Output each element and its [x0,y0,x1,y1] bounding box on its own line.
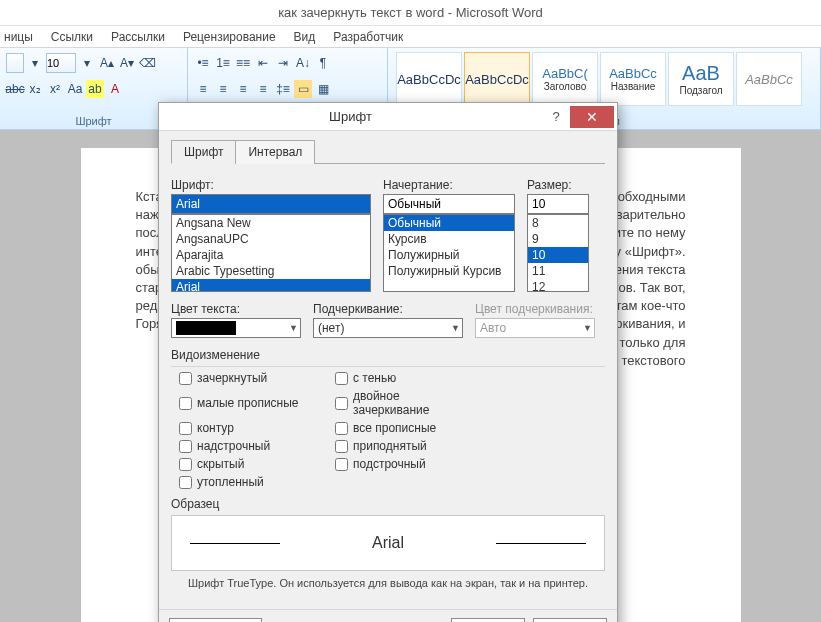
chk-emboss[interactable]: приподнятый [335,439,475,453]
sample-text: Arial [372,534,404,552]
superscript-icon[interactable]: x² [46,80,64,98]
multilevel-icon[interactable]: ≡≡ [234,54,252,72]
chk-engrave[interactable]: утопленный [179,475,319,489]
sample-note: Шрифт TrueType. Он используется для выво… [171,571,605,599]
sort-icon[interactable]: A↓ [294,54,312,72]
list-item[interactable]: Полужирный Курсив [384,263,514,279]
list-item[interactable]: Курсив [384,231,514,247]
style-input[interactable] [383,194,515,214]
tab-developer[interactable]: Разработчик [333,30,403,44]
font-name-combo[interactable] [6,53,24,73]
indent-inc-icon[interactable]: ⇥ [274,54,292,72]
style-item[interactable]: AaBbCcDc [464,52,530,106]
font-dialog: Шрифт ? ✕ Шрифт Интервал Шрифт: Angsana … [158,102,618,622]
list-item[interactable]: Полужирный [384,247,514,263]
label-font: Шрифт: [171,178,371,192]
list-item[interactable]: Aparajita [172,247,370,263]
align-left-icon[interactable]: ≡ [194,80,212,98]
tab-font[interactable]: Шрифт [171,140,236,164]
numbering-icon[interactable]: 1≡ [214,54,232,72]
size-input[interactable] [527,194,589,214]
ribbon-tabs: ницы Ссылки Рассылки Рецензирование Вид … [0,26,821,48]
sample-label: Образец [171,497,605,511]
help-icon[interactable]: ? [542,109,570,124]
chevron-down-icon[interactable]: ▾ [78,54,96,72]
default-button[interactable]: По умолчанию... [169,618,262,622]
align-center-icon[interactable]: ≡ [214,80,232,98]
list-item[interactable]: 9 [528,231,588,247]
font-size-combo[interactable] [46,53,76,73]
ok-button[interactable]: ОК [451,618,525,622]
subscript-icon[interactable]: x₂ [26,80,44,98]
indent-dec-icon[interactable]: ⇤ [254,54,272,72]
list-item[interactable]: 8 [528,215,588,231]
show-marks-icon[interactable]: ¶ [314,54,332,72]
list-item[interactable]: 12 [528,279,588,292]
font-color-icon[interactable]: A [106,80,124,98]
chk-strike[interactable]: зачеркнутый [179,371,319,385]
tab-spacing[interactable]: Интервал [235,140,315,164]
list-item[interactable]: AngsanaUPC [172,231,370,247]
group-label-font: Шрифт [6,113,181,129]
chk-dstrike[interactable]: двойное зачеркивание [335,389,475,417]
tab-view[interactable]: Вид [294,30,316,44]
justify-icon[interactable]: ≡ [254,80,272,98]
window-title: как зачеркнуть текст в word - Microsoft … [278,5,543,20]
style-listbox[interactable]: Обычный Курсив Полужирный Полужирный Кур… [383,214,515,292]
highlight-icon[interactable]: ab [86,80,104,98]
label-style: Начертание: [383,178,515,192]
list-item[interactable]: Обычный [384,215,514,231]
list-item[interactable]: Angsana New [172,215,370,231]
underline-color-combo: Авто▼ [475,318,595,338]
style-item[interactable]: AaBbCc [736,52,802,106]
color-swatch-icon [176,321,236,335]
chevron-down-icon: ▼ [451,323,460,333]
font-input[interactable] [171,194,371,214]
close-icon[interactable]: ✕ [570,106,614,128]
chk-allcaps[interactable]: все прописные [335,421,475,435]
list-item[interactable]: 11 [528,263,588,279]
font-listbox[interactable]: Angsana New AngsanaUPC Aparajita Arabic … [171,214,371,292]
tab-pages[interactable]: ницы [4,30,33,44]
chk-sup[interactable]: надстрочный [179,439,319,453]
chevron-down-icon: ▼ [289,323,298,333]
clear-format-icon[interactable]: ⌫ [138,54,156,72]
chk-outline[interactable]: контур [179,421,319,435]
chk-shadow[interactable]: с тенью [335,371,475,385]
tab-review[interactable]: Рецензирование [183,30,276,44]
style-item[interactable]: AaBbCcDc [396,52,462,106]
chevron-down-icon[interactable]: ▾ [26,54,44,72]
change-case-icon[interactable]: Aa [66,80,84,98]
cancel-button[interactable]: Отмена [533,618,607,622]
align-right-icon[interactable]: ≡ [234,80,252,98]
grow-font-icon[interactable]: A▴ [98,54,116,72]
chk-sub[interactable]: подстрочный [335,457,475,471]
label-size: Размер: [527,178,589,192]
style-item[interactable]: AaBПодзагол [668,52,734,106]
tab-references[interactable]: Ссылки [51,30,93,44]
tab-mailings[interactable]: Рассылки [111,30,165,44]
size-listbox[interactable]: 8 9 10 11 12 [527,214,589,292]
bullets-icon[interactable]: •≡ [194,54,212,72]
label-color: Цвет текста: [171,302,301,316]
effects-group: зачеркнутый с тенью малые прописные двой… [171,366,605,497]
strike-icon[interactable]: abc [6,80,24,98]
list-item[interactable]: Arial [172,279,370,292]
sample-box: Arial [171,515,605,571]
line-spacing-icon[interactable]: ‡≡ [274,80,292,98]
dialog-tabs: Шрифт Интервал [171,139,605,164]
borders-icon[interactable]: ▦ [314,80,332,98]
chk-smallcaps[interactable]: малые прописные [179,389,319,417]
style-item[interactable]: AaBbCcНазвание [600,52,666,106]
label-underline-color: Цвет подчеркивания: [475,302,595,316]
list-item[interactable]: Arabic Typesetting [172,263,370,279]
window-titlebar: как зачеркнуть текст в word - Microsoft … [0,0,821,26]
chk-hidden[interactable]: скрытый [179,457,319,471]
list-item[interactable]: 10 [528,247,588,263]
shading-icon[interactable]: ▭ [294,80,312,98]
underline-combo[interactable]: (нет)▼ [313,318,463,338]
dialog-titlebar[interactable]: Шрифт ? ✕ [159,103,617,131]
shrink-font-icon[interactable]: A▾ [118,54,136,72]
font-color-combo[interactable]: ▼ [171,318,301,338]
style-item[interactable]: AaBbC(Заголово [532,52,598,106]
